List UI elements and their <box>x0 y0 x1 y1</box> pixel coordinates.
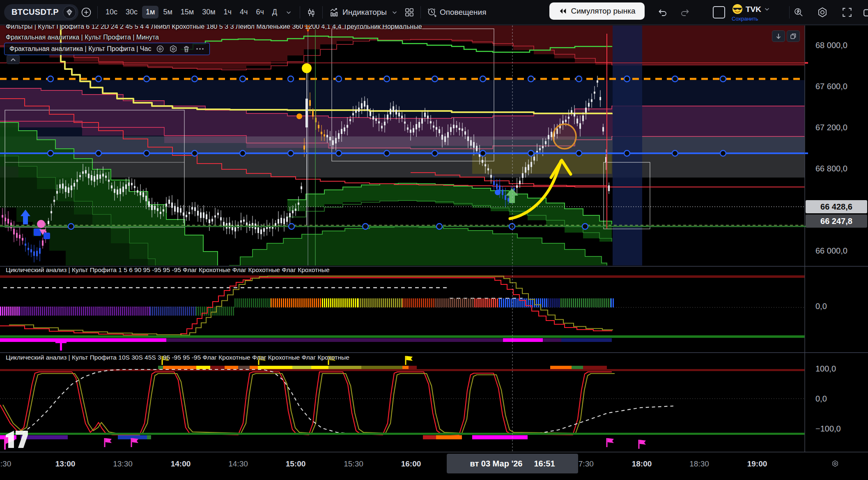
cyclic-pane-1[interactable] <box>0 275 805 351</box>
line-anchor[interactable] <box>624 150 630 156</box>
line-anchor[interactable] <box>363 224 368 229</box>
line-anchor[interactable] <box>436 224 442 229</box>
legend-row-fractal-minute[interactable]: Фрактальная аналитика | Культ Профита | … <box>6 34 159 41</box>
line-anchor[interactable] <box>68 224 74 229</box>
symbol-button[interactable]: BTCUSDT.P <box>4 4 78 21</box>
chart-style-icon[interactable] <box>304 5 318 20</box>
toolbar-divider <box>322 6 323 18</box>
legend-row-fractal-hour[interactable]: Фрактальная аналитика | Культ Профита | … <box>4 43 210 55</box>
more-options-icon[interactable] <box>195 45 204 53</box>
tv-logo-watermark <box>6 431 28 448</box>
timeframe-5м[interactable]: 5м <box>159 6 176 18</box>
timeframe-4ч[interactable]: 4ч <box>236 6 251 18</box>
line-anchor[interactable] <box>192 76 197 82</box>
band <box>229 227 607 265</box>
eye-icon[interactable] <box>156 45 164 53</box>
legend-collapse-button[interactable] <box>7 55 20 64</box>
scroll-down-button[interactable] <box>772 30 785 42</box>
line-anchor[interactable] <box>432 76 438 82</box>
quick-search-icon[interactable] <box>792 5 806 20</box>
user-menu[interactable]: TVK Сохранить <box>732 3 770 21</box>
undo-icon[interactable] <box>655 5 669 20</box>
timeframe-30с[interactable]: 30с <box>122 6 141 18</box>
user-chevron-icon <box>764 6 770 12</box>
yellow-dot-signal <box>302 63 312 73</box>
line-anchor[interactable] <box>582 224 588 229</box>
pane2-label[interactable]: Циклический анализ | Культ Профита 1 5 6… <box>6 266 330 274</box>
line-anchor[interactable] <box>480 76 486 82</box>
indicators-label[interactable]: Индикаторы <box>342 8 387 17</box>
line-anchor[interactable] <box>528 76 534 82</box>
oscillator-olive-line <box>3 374 615 433</box>
timeframe-30м[interactable]: 30м <box>198 6 219 18</box>
line-anchor[interactable] <box>336 76 342 82</box>
redo-icon[interactable] <box>678 5 692 20</box>
line-anchor[interactable] <box>432 150 438 156</box>
line-anchor[interactable] <box>192 150 197 156</box>
line-anchor[interactable] <box>384 76 390 82</box>
time-axis-settings-icon[interactable] <box>831 459 839 469</box>
line-anchor[interactable] <box>509 224 515 229</box>
single-layout-icon[interactable] <box>712 5 726 20</box>
line-anchor[interactable] <box>144 150 149 156</box>
alerts-icon[interactable] <box>425 5 439 20</box>
trash-icon[interactable] <box>182 45 191 53</box>
axis-label: 67 200,0 <box>815 122 847 133</box>
timeframe-chevron-icon[interactable] <box>282 5 296 20</box>
timeframe-10с[interactable]: 10с <box>102 6 121 18</box>
line-anchor[interactable] <box>576 76 582 82</box>
timeframe-Д[interactable]: Д <box>269 6 281 18</box>
line-anchor[interactable] <box>48 76 53 82</box>
line-anchor[interactable] <box>528 150 534 156</box>
line-anchor[interactable] <box>288 150 294 156</box>
line-anchor[interactable] <box>289 224 294 229</box>
line-anchor[interactable] <box>48 150 53 156</box>
line-anchor[interactable] <box>576 150 582 156</box>
indicators-icon[interactable] <box>327 5 342 20</box>
tooltip-time: 16:51 <box>534 459 555 468</box>
time-label: 18:00 <box>632 459 652 468</box>
pane3-label[interactable]: Циклический анализ | Культ Профита 10S 3… <box>6 354 349 361</box>
timeframe-15м[interactable]: 15м <box>177 6 197 18</box>
price-badge-last: 66 247,8 <box>806 215 867 228</box>
settings-gear-icon[interactable] <box>815 5 829 20</box>
timeframe-6ч[interactable]: 6ч <box>252 6 267 18</box>
line-anchor[interactable] <box>672 150 678 156</box>
chart-canvas[interactable] <box>0 0 868 480</box>
line-anchor[interactable] <box>288 76 294 82</box>
maximize-pane-button[interactable] <box>787 30 800 42</box>
market-simulator-button[interactable]: Симулятор рынка <box>549 2 645 20</box>
cyclic-pane-2[interactable] <box>0 356 805 450</box>
line-anchor[interactable] <box>624 76 630 82</box>
line-anchor[interactable] <box>720 76 726 82</box>
camera-snapshot-icon[interactable] <box>861 5 868 20</box>
save-button[interactable]: Сохранить <box>732 16 758 21</box>
timeframe-1м[interactable]: 1м <box>142 6 158 18</box>
line-anchor[interactable] <box>240 150 246 156</box>
toolbar-divider <box>789 6 790 18</box>
line-anchor[interactable] <box>336 150 342 156</box>
compare-add-icon[interactable] <box>79 5 93 20</box>
line-anchor[interactable] <box>96 150 101 156</box>
orange-dot-signal <box>296 113 302 119</box>
layout-grid-icon[interactable] <box>402 5 416 20</box>
line-anchor[interactable] <box>672 76 678 82</box>
timeframe-1ч[interactable]: 1ч <box>220 6 235 18</box>
fullscreen-icon[interactable] <box>840 5 854 20</box>
line-anchor[interactable] <box>384 150 390 156</box>
market-simulator-label: Симулятор рынка <box>571 7 636 16</box>
line-anchor[interactable] <box>480 150 486 156</box>
indicators-chevron-icon[interactable] <box>388 5 402 20</box>
user-avatar-emoji <box>732 3 743 15</box>
alerts-label[interactable]: Оповещения <box>440 8 486 17</box>
diamond-badge-icon[interactable] <box>63 6 76 19</box>
indicator-settings-gear-icon[interactable] <box>169 45 177 53</box>
price-pane[interactable] <box>0 25 805 265</box>
line-anchor[interactable] <box>240 76 246 82</box>
line-anchor[interactable] <box>144 76 149 82</box>
hand-drawn-circle[interactable] <box>553 124 576 149</box>
toolbar-divider <box>97 6 98 18</box>
line-anchor[interactable] <box>96 76 101 82</box>
line-anchor[interactable] <box>720 150 726 156</box>
crosshair-time-tooltip: вт 03 Мар '26 16:51 <box>447 454 578 473</box>
